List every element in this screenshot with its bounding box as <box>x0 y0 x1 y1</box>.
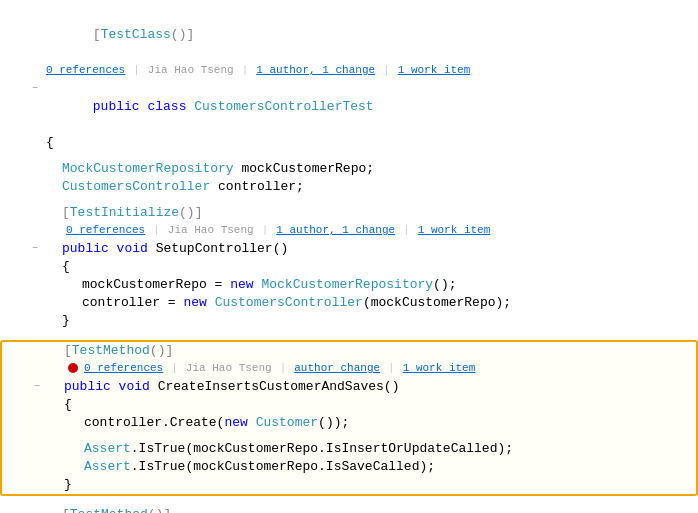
kw-new2: new <box>183 295 214 310</box>
line-testmethod1-meta: 0 references | Jia Hao Tseng | author ch… <box>2 360 696 378</box>
line-creates-body3: Assert.IsTrue(mockCustomerRepo.IsSaveCal… <box>2 458 696 476</box>
method-setup: SetupController() <box>156 241 289 256</box>
kw-public3: public <box>64 379 119 394</box>
assert1-call: .IsTrue(mockCustomerRepo.IsInsertOrUpdat… <box>131 441 513 456</box>
type-assert2: Assert <box>84 459 131 474</box>
line-creates-body1: controller.Create(new Customer()); <box>2 414 696 432</box>
line-setup-body1: mockCustomerRepo = new MockCustomerRepos… <box>0 276 698 294</box>
tm2-attr-close: ()] <box>148 507 171 513</box>
field-name1: mockCustomerRepo; <box>234 161 374 176</box>
assert2-call: .IsTrue(mockCustomerRepo.IsSaveCalled); <box>131 459 435 474</box>
change-count-testclass[interactable]: 1 author, 1 change <box>256 62 375 78</box>
field-assign1: mockCustomerRepo = <box>82 277 230 292</box>
change-ti[interactable]: 1 author, 1 change <box>276 222 395 238</box>
highlighted-method-block: [TestMethod()] 0 references | Jia Hao Ts… <box>0 340 698 496</box>
line-testinitialize-meta: 0 references | Jia Hao Tseng | 1 author,… <box>0 222 698 240</box>
code-lens-testinitialize: 0 references | Jia Hao Tseng | 1 author,… <box>42 222 490 238</box>
line-creates-open: { <box>2 396 696 414</box>
kw-class: class <box>147 99 194 114</box>
line-field2: CustomersController controller; <box>0 178 698 196</box>
line-testinitialize-attr: [TestInitialize()] <box>0 204 698 222</box>
line-creates-decl: − public void CreateInsertsCustomerAndSa… <box>2 378 696 396</box>
tm2-attr-open: [ <box>62 507 70 513</box>
kw-public2: public <box>62 241 117 256</box>
field-name2: controller; <box>210 179 304 194</box>
tm1-attr-close: ()] <box>150 343 173 358</box>
type-ctrl2: CustomersController <box>215 295 363 310</box>
type-mockrepo2: MockCustomerRepository <box>261 277 433 292</box>
line-creates-close: } <box>2 476 696 494</box>
ref-count-ti[interactable]: 0 references <box>66 222 145 238</box>
attr-close: ] <box>186 27 194 42</box>
author-testclass: Jia Hao Tseng <box>148 62 234 78</box>
creates-stmt1-end: ()); <box>318 415 349 430</box>
brace-setup-close: } <box>62 313 70 328</box>
line-testmethod1-attr: [TestMethod()] <box>2 342 696 360</box>
kw-public: public <box>93 99 148 114</box>
attr-bracket: [ <box>93 27 101 42</box>
line-testclass-meta: 0 references | Jia Hao Tseng | 1 author,… <box>0 62 698 80</box>
tm2-attr-name: TestMethod <box>70 507 148 513</box>
ti-attr-name: TestInitialize <box>70 205 179 220</box>
method-creates: CreateInsertsCustomerAndSaves() <box>158 379 400 394</box>
line-testmethod2-attr: [TestMethod()] <box>0 506 698 513</box>
line-field1: MockCustomerRepository mockCustomerRepo; <box>0 160 698 178</box>
type-customer: Customer <box>256 415 318 430</box>
kw-new3: new <box>224 415 255 430</box>
brace-setup-open: { <box>62 259 70 274</box>
class-name: CustomersControllerTest <box>194 99 373 114</box>
kw-new1: new <box>230 277 261 292</box>
code-editor: [TestClass()] 0 references | Jia Hao Tse… <box>0 0 698 513</box>
ctor2-paren: (mockCustomerRepo); <box>363 295 511 310</box>
error-indicator <box>68 363 78 373</box>
line-creates-body2: Assert.IsTrue(mockCustomerRepo.IsInsertO… <box>2 440 696 458</box>
code-lens-tm1: 0 references | Jia Hao Tseng | author ch… <box>44 360 475 376</box>
work-item-testclass[interactable]: 1 work item <box>398 62 471 78</box>
collapse-class[interactable]: − <box>28 80 42 98</box>
open-brace: { <box>46 135 54 150</box>
type-controller: CustomersController <box>62 179 210 194</box>
line-open-brace-class: { <box>0 134 698 152</box>
brace-creates-open: { <box>64 397 72 412</box>
creates-stmt1: controller.Create( <box>84 415 224 430</box>
collapse-setup[interactable]: − <box>28 240 42 258</box>
field-assign2: controller = <box>82 295 183 310</box>
code-lens-testclass: 0 references | Jia Hao Tseng | 1 author,… <box>42 62 470 78</box>
kw-void1: void <box>117 241 156 256</box>
tm1-attr-open: [ <box>64 343 72 358</box>
workitem-tm1[interactable]: 1 work item <box>403 360 476 376</box>
kw-void2: void <box>119 379 158 394</box>
author-tm1: Jia Hao Tseng <box>186 360 272 376</box>
author-ti: Jia Hao Tseng <box>168 222 254 238</box>
line-setup-close: } <box>0 312 698 330</box>
ti-attr: [ <box>62 205 70 220</box>
line-setup-decl: − public void SetupController() <box>0 240 698 258</box>
type-mockrepo: MockCustomerRepository <box>62 161 234 176</box>
ref-count-tm1[interactable]: 0 references <box>84 360 163 376</box>
type-assert1: Assert <box>84 441 131 456</box>
ti-attr-paren: ()] <box>179 205 202 220</box>
line-testclass-attr: [TestClass()] <box>0 8 698 62</box>
line-setup-open: { <box>0 258 698 276</box>
attr-paren: () <box>171 27 187 42</box>
ctor1-paren: (); <box>433 277 456 292</box>
change-tm1[interactable]: author change <box>294 360 380 376</box>
tm1-attr-name: TestMethod <box>72 343 150 358</box>
line-setup-body2: controller = new CustomersController(moc… <box>0 294 698 312</box>
ref-count-testclass[interactable]: 0 references <box>46 62 125 78</box>
brace-creates-close: } <box>64 477 72 492</box>
attr-name: TestClass <box>101 27 171 42</box>
workitem-ti[interactable]: 1 work item <box>418 222 491 238</box>
line-class-decl: − public class CustomersControllerTest <box>0 80 698 134</box>
collapse-creates[interactable]: − <box>30 378 44 396</box>
